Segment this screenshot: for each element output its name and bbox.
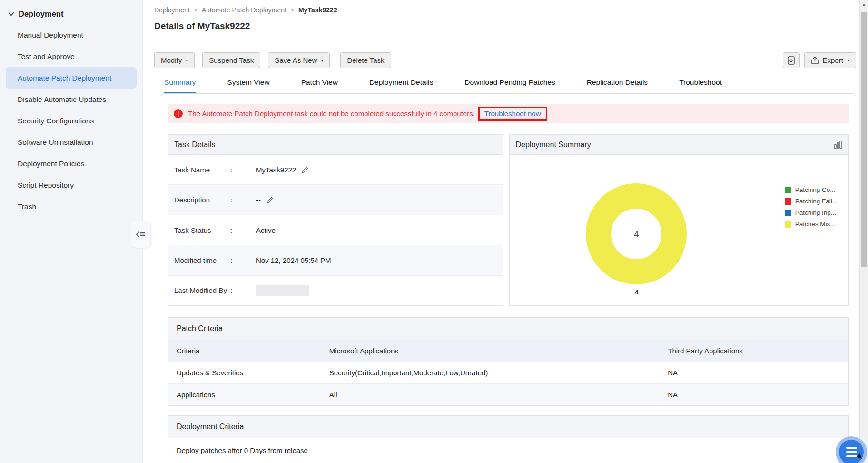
task-name-label: Task Name (174, 165, 230, 174)
cell-criteria: Applications (177, 391, 329, 399)
toolbar: Modify ▾ Suspend Task Save As New ▾ Dele… (154, 52, 858, 68)
sidebar-item-software-uninstallation[interactable]: Software Uninstallation (6, 131, 137, 153)
table-row-updates-severities: Updates & Severities Security(Critical,I… (168, 362, 848, 383)
page-title: Details of MyTask9222 (154, 21, 858, 40)
legend-label: Patches Mis... (795, 221, 836, 228)
legend-swatch-blue (785, 210, 791, 216)
legend-swatch-green (785, 187, 791, 193)
tab-troubleshoot[interactable]: Troubleshoot (679, 78, 722, 93)
download-report-button[interactable] (783, 52, 800, 68)
sidebar-item-security-configurations[interactable]: Security Configurations (6, 110, 137, 131)
donut-center-value: 4 (634, 229, 639, 240)
suspend-task-button[interactable]: Suspend Task (202, 52, 260, 68)
legend-label: Patching Co... (795, 186, 836, 193)
alert-message: The Automate Patch Deployment task could… (188, 110, 475, 118)
legend-item-patching-failed[interactable]: Patching Fail... (785, 198, 838, 205)
deployment-criteria-title: Deployment Criteria (168, 416, 848, 438)
tab-replication-details[interactable]: Replication Details (587, 78, 648, 93)
patch-criteria-section: Patch Criteria Criteria Microsoft Applic… (168, 317, 849, 406)
save-as-new-button-label: Save As New (275, 56, 317, 64)
cell-microsoft-value: Security(Critical,Important,Moderate,Low… (329, 369, 668, 377)
modified-time-label: Modified time (174, 256, 230, 265)
task-action-buttons: Modify ▾ Suspend Task Save As New ▾ Dele… (154, 52, 391, 68)
last-modified-by-label: Last Modified By (174, 286, 230, 295)
task-details-header: Task Details (168, 135, 503, 155)
legend-item-patching-completed[interactable]: Patching Co... (785, 186, 838, 193)
deployment-summary-panel: Deployment Summary 4 (509, 134, 849, 306)
sidebar-section-label: Deployment (19, 10, 63, 19)
details-and-summary-row: Task Details Task Name : MyTask9222 (168, 134, 849, 306)
colon: : (230, 286, 244, 294)
task-details-rows: Task Name : MyTask9222 Description (168, 155, 503, 305)
sidebar: Deployment Manual Deployment Test and Ap… (0, 0, 143, 463)
hamburger-menu-icon (846, 447, 857, 449)
description-label: Description (174, 195, 230, 204)
sidebar-item-test-and-approve[interactable]: Test and Approve (6, 46, 137, 67)
modify-button[interactable]: Modify ▾ (154, 52, 195, 68)
colon: : (230, 256, 244, 264)
description-value: -- (256, 196, 261, 204)
patch-criteria-title: Patch Criteria (168, 318, 848, 340)
modify-button-label: Modify (161, 56, 182, 64)
legend-item-patching-inprogress[interactable]: Patching Inp... (785, 209, 838, 216)
deployment-summary-header: Deployment Summary (510, 135, 848, 155)
cell-criteria: Updates & Severities (177, 369, 329, 377)
edit-description-icon[interactable] (266, 196, 274, 203)
task-details-panel: Task Details Task Name : MyTask9222 (168, 134, 503, 306)
save-as-new-button[interactable]: Save As New ▾ (268, 52, 330, 68)
column-header-third-party-applications: Third Party Applications (668, 347, 840, 355)
suspend-task-button-label: Suspend Task (209, 56, 254, 64)
deployment-criteria-text: Deploy patches after 0 Days from release (168, 438, 848, 463)
chevron-down-icon (8, 12, 14, 16)
last-modified-by-row: Last Modified By : (168, 275, 503, 305)
scroll-up-arrow-icon[interactable]: ▲ (860, 0, 868, 9)
sidebar-item-script-repository[interactable]: Script Repository (6, 174, 137, 196)
breadcrumb-automate-patch-deployment[interactable]: Automate Patch Deployment (202, 6, 286, 14)
redacted-user-value (256, 285, 309, 296)
cell-microsoft-value: All (329, 391, 668, 399)
column-header-microsoft-applications: Microsoft Applications (329, 347, 668, 355)
chevron-down-icon: ▾ (321, 58, 323, 63)
sidebar-nav: Manual Deployment Test and Approve Autom… (0, 24, 142, 217)
scrollbar-thumb[interactable] (861, 12, 867, 267)
edit-task-name-icon[interactable] (302, 166, 309, 173)
hamburger-menu-icon (846, 455, 857, 457)
task-status-value: Active (256, 226, 276, 234)
sidebar-item-manual-deployment[interactable]: Manual Deployment (6, 24, 137, 46)
tab-bar: Summary System View Patch View Deploymen… (154, 78, 858, 93)
bar-chart-icon[interactable] (834, 141, 843, 149)
chevron-down-icon: ▾ (186, 58, 188, 63)
tab-deployment-details[interactable]: Deployment Details (369, 78, 433, 93)
donut-chart[interactable]: 4 4 (586, 183, 687, 296)
description-row: Description : -- (168, 184, 503, 214)
task-details-title: Task Details (174, 141, 215, 149)
breadcrumb-deployment[interactable]: Deployment (154, 6, 190, 14)
tab-download-pending-patches[interactable]: Download Pending Patches (464, 78, 555, 93)
colon: : (230, 166, 244, 174)
document-download-icon (788, 56, 795, 65)
export-button-label: Export (823, 56, 843, 64)
last-modified-by-value-wrap (256, 285, 309, 296)
main-content: Deployment > Automate Patch Deployment >… (143, 0, 858, 463)
delete-task-button[interactable]: Delete Task (340, 52, 391, 68)
troubleshoot-now-link[interactable]: Troubleshoot now (478, 107, 547, 121)
delete-task-button-label: Delete Task (347, 56, 384, 64)
table-row-applications: Applications All NA (168, 383, 848, 405)
summary-tab-content: ! The Automate Patch Deployment task cou… (161, 93, 856, 463)
tab-system-view[interactable]: System View (227, 78, 269, 93)
cell-thirdparty-value: NA (668, 369, 840, 377)
sidebar-section-deployment[interactable]: Deployment (0, 0, 142, 24)
export-button[interactable]: Export ▾ (804, 52, 856, 68)
legend-item-patches-missing[interactable]: Patches Mis... (785, 221, 838, 228)
cell-thirdparty-value: NA (668, 391, 840, 399)
sidebar-item-automate-patch-deployment[interactable]: Automate Patch Deployment (6, 67, 137, 89)
tab-summary[interactable]: Summary (164, 78, 196, 93)
modified-time-row: Modified time : Nov 12, 2024 05:54 PM (168, 245, 503, 275)
sidebar-item-deployment-policies[interactable]: Deployment Policies (6, 153, 137, 174)
vertical-scrollbar[interactable]: ▲ (859, 0, 868, 463)
tab-patch-view[interactable]: Patch View (301, 78, 338, 93)
breadcrumb: Deployment > Automate Patch Deployment >… (154, 0, 858, 14)
sidebar-item-disable-automatic-updates[interactable]: Disable Automatic Updates (6, 89, 137, 110)
donut-slice-label: 4 (586, 289, 687, 296)
sidebar-item-trash[interactable]: Trash (6, 196, 137, 217)
